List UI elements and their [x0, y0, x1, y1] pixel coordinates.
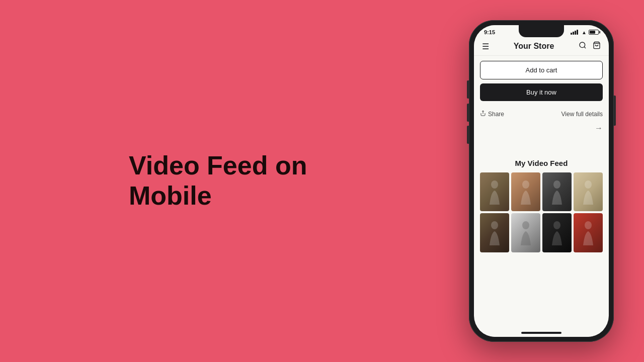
cart-icon[interactable] [593, 41, 601, 51]
search-icon[interactable] [579, 41, 587, 51]
battery-icon [589, 30, 599, 35]
svg-point-5 [522, 180, 529, 189]
status-time: 9:15 [484, 29, 495, 35]
nav-bar: ☰ Your Store [474, 37, 609, 56]
video-feed-section: My Video Feed [474, 155, 609, 256]
buy-it-now-button[interactable]: Buy it now [480, 83, 603, 101]
video-thumbnail-8[interactable] [574, 213, 603, 252]
left-section: Video Feed on Mobile [30, 151, 469, 211]
screen-content: Add to cart Buy it now Share [474, 56, 609, 329]
home-indicator [474, 329, 609, 337]
video-thumbnail-1[interactable] [480, 172, 509, 211]
wifi-icon: ▲ [582, 30, 587, 35]
svg-line-1 [584, 47, 586, 48]
share-label: Share [488, 111, 504, 118]
svg-point-7 [585, 180, 592, 189]
signal-icon [571, 30, 578, 35]
add-to-cart-button[interactable]: Add to cart [480, 61, 603, 79]
video-grid [480, 172, 603, 252]
svg-point-8 [491, 221, 498, 229]
video-thumbnail-6[interactable] [511, 213, 540, 252]
video-thumbnail-2[interactable] [511, 172, 540, 211]
svg-point-6 [553, 180, 560, 189]
video-thumbnail-3[interactable] [542, 172, 572, 211]
svg-point-9 [522, 221, 529, 229]
svg-point-11 [585, 221, 592, 229]
arrow-row: → [474, 122, 609, 135]
phone-screen: 9:15 ▲ ☰ Your Store [474, 25, 609, 337]
store-title: Your Store [514, 42, 554, 51]
spacer [474, 135, 609, 155]
video-thumbnail-5[interactable] [480, 213, 509, 252]
share-icon [480, 110, 486, 118]
right-section: 9:15 ▲ ☰ Your Store [469, 20, 614, 342]
share-button[interactable]: Share [480, 110, 504, 118]
svg-point-0 [580, 42, 585, 48]
video-thumbnail-4[interactable] [574, 172, 603, 211]
phone-notch [519, 25, 564, 37]
video-feed-title: My Video Feed [480, 159, 603, 167]
hamburger-menu-icon[interactable]: ☰ [482, 42, 489, 51]
phone-frame: 9:15 ▲ ☰ Your Store [469, 20, 614, 342]
svg-point-10 [553, 221, 560, 229]
action-buttons: Add to cart Buy it now [474, 56, 609, 106]
home-bar [521, 332, 561, 334]
main-headline: Video Feed on Mobile [129, 151, 370, 211]
nav-icons [579, 41, 601, 51]
share-row: Share View full details [474, 106, 609, 122]
svg-point-4 [491, 180, 498, 189]
next-arrow-icon[interactable]: → [595, 124, 603, 133]
status-icons: ▲ [571, 30, 599, 35]
view-full-details-link[interactable]: View full details [561, 111, 603, 118]
video-thumbnail-7[interactable] [542, 213, 572, 252]
